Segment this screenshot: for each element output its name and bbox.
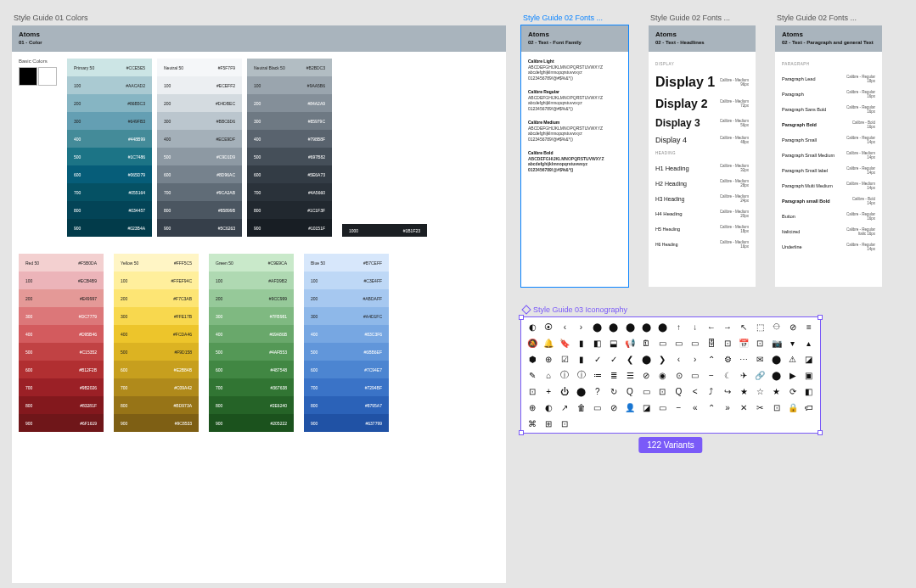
color-swatch[interactable]: 700#055164 bbox=[67, 183, 152, 201]
color-swatch[interactable]: 400#798B8F bbox=[247, 130, 332, 148]
icon-variant[interactable]: ❮ bbox=[624, 353, 636, 365]
icon-variant[interactable]: ⊡ bbox=[559, 417, 570, 429]
color-swatch[interactable]: 400#ECE9DF bbox=[157, 130, 242, 148]
basic-swatch[interactable] bbox=[19, 67, 37, 86]
icon-variant[interactable]: ⬤ bbox=[624, 321, 636, 333]
icon-variant[interactable]: « bbox=[689, 401, 701, 413]
color-swatch[interactable]: 100#FFEF94C bbox=[114, 272, 199, 289]
icon-variant[interactable]: ⊘ bbox=[608, 401, 620, 413]
icon-variant[interactable]: 🔗 bbox=[754, 369, 766, 381]
color-swatch[interactable]: 200#E49997 bbox=[19, 289, 104, 307]
icon-variant[interactable]: ◐ bbox=[542, 401, 554, 413]
color-swatch[interactable]: 500#697B82 bbox=[247, 148, 332, 165]
icon-variant[interactable]: ⦵ bbox=[771, 321, 783, 333]
color-swatch[interactable]: 200#86B5C3 bbox=[67, 94, 152, 112]
icon-variant[interactable]: ↓ bbox=[689, 321, 701, 333]
color-swatch[interactable]: 600#E2B84B bbox=[114, 361, 199, 378]
icon-variant[interactable]: 👤 bbox=[624, 401, 636, 413]
frame-body[interactable]: Atoms 01 - Color Basic Colors Primary 50… bbox=[12, 25, 506, 583]
icon-variant[interactable]: ▴ bbox=[803, 337, 815, 349]
color-swatch[interactable]: 300#FFE17B bbox=[114, 307, 199, 325]
icon-variant[interactable]: ⏻ bbox=[559, 385, 570, 397]
icon-variant[interactable]: − bbox=[705, 369, 717, 381]
color-swatch[interactable]: 100#ECB4B9 bbox=[19, 272, 104, 289]
color-swatch[interactable]: Blue 50#B7CEFF bbox=[304, 254, 389, 272]
icon-variant[interactable]: ▭ bbox=[689, 337, 701, 349]
color-swatch[interactable]: 800#1C1F3F bbox=[247, 201, 332, 219]
basic-swatch[interactable] bbox=[38, 67, 57, 86]
icon-variant[interactable]: » bbox=[722, 401, 733, 413]
frame-body[interactable]: Atoms 02 - Text - Paragraph and general … bbox=[775, 25, 882, 287]
icon-variant[interactable]: ◪ bbox=[803, 353, 815, 365]
icon-variant[interactable]: › bbox=[576, 321, 587, 333]
icon-variant[interactable]: ↑ bbox=[673, 321, 685, 333]
icon-variant[interactable]: ⬤ bbox=[576, 385, 587, 397]
color-swatch[interactable]: 900#637799 bbox=[304, 414, 389, 432]
color-swatch[interactable]: 700#4A5660 bbox=[247, 183, 332, 201]
color-swatch[interactable]: 200#9CC999 bbox=[209, 289, 294, 307]
icon-variant[interactable]: ▮ bbox=[576, 353, 587, 365]
icon-variant[interactable]: ⬤ bbox=[771, 369, 783, 381]
color-swatch[interactable]: 900#10151F bbox=[247, 219, 332, 237]
color-swatch[interactable]: Neutral Black 50#B2BDC3 bbox=[247, 59, 332, 76]
color-swatch[interactable]: 500#C9D1D9 bbox=[157, 148, 242, 165]
icon-variant[interactable]: ← bbox=[705, 321, 717, 333]
frame-sg2-headlines[interactable]: Style Guide 02 Fonts ... Atoms 02 - Text… bbox=[649, 14, 756, 287]
icon-variant[interactable]: ◪ bbox=[640, 401, 652, 413]
icon-variant[interactable]: ⊡ bbox=[754, 337, 766, 349]
color-swatch[interactable]: 300#BBC6D6 bbox=[157, 112, 242, 130]
icon-variant[interactable]: ☰ bbox=[624, 369, 636, 381]
icon-variant[interactable]: → bbox=[722, 321, 733, 333]
icon-variant[interactable]: 📢 bbox=[624, 337, 636, 349]
frame-label[interactable]: Style Guide 02 Fonts ... bbox=[649, 14, 756, 22]
icon-variant[interactable]: ▶ bbox=[787, 369, 799, 381]
icon-variant[interactable]: ▭ bbox=[656, 401, 668, 413]
color-swatch[interactable]: 400#83C3F6 bbox=[304, 325, 389, 343]
icon-variant[interactable]: ⦿ bbox=[542, 321, 554, 333]
color-swatch[interactable]: 700#367638 bbox=[209, 378, 294, 396]
icon-variant[interactable]: ✈ bbox=[738, 369, 750, 381]
color-swatch[interactable]: 400#448B99 bbox=[67, 130, 152, 148]
frame-body[interactable]: Atoms 02 - Text - Font Family Calibre Li… bbox=[521, 25, 628, 287]
icon-variant[interactable]: ◉ bbox=[656, 369, 668, 381]
color-swatch[interactable]: 700#7294BF bbox=[304, 378, 389, 396]
icon-variant[interactable]: ⚠ bbox=[787, 353, 799, 365]
color-swatch[interactable]: Primary 50#CCE5E5 bbox=[67, 59, 152, 76]
icon-variant[interactable]: ▭ bbox=[673, 337, 685, 349]
color-swatch[interactable]: 800#2E6240 bbox=[209, 396, 294, 414]
color-swatch[interactable]: 700#C09A42 bbox=[114, 378, 199, 396]
icon-variant[interactable]: 🔖 bbox=[559, 337, 570, 349]
resize-handle-tl[interactable] bbox=[519, 315, 524, 320]
icon-variant[interactable]: › bbox=[689, 353, 701, 365]
icon-variant[interactable]: ⬤ bbox=[640, 321, 652, 333]
color-swatch[interactable]: Neutral 50#F5F7F9 bbox=[157, 59, 242, 76]
color-swatch[interactable]: 900#5C6263 bbox=[157, 219, 242, 237]
icon-variant[interactable]: ? bbox=[592, 385, 604, 397]
color-swatch[interactable]: 500#4AFB53 bbox=[209, 343, 294, 361]
icon-variant[interactable]: 📷 bbox=[771, 337, 783, 349]
icon-variant[interactable]: ⟳ bbox=[787, 385, 799, 397]
color-swatch[interactable]: 600#B12F2B bbox=[19, 361, 104, 378]
icon-variant[interactable]: ✂ bbox=[754, 401, 766, 413]
color-swatch[interactable]: 900#023B4A bbox=[67, 219, 152, 237]
icon-variant[interactable]: 🏷 bbox=[803, 401, 815, 413]
icon-variant[interactable]: 📅 bbox=[738, 337, 750, 349]
icon-variant[interactable]: ◧ bbox=[592, 337, 604, 349]
icon-variant[interactable]: ⌂ bbox=[542, 369, 554, 381]
icon-variant[interactable]: ☾ bbox=[722, 369, 733, 381]
icon-variant[interactable]: ↻ bbox=[608, 385, 620, 397]
frame-sg3-iconography[interactable]: Style Guide 03 Iconography ◐⦿‹›⬤⬤⬤⬤⬤↑↓←→… bbox=[521, 305, 820, 433]
icon-variant[interactable]: 🔔 bbox=[542, 337, 554, 349]
color-swatch[interactable]: 600#065D79 bbox=[67, 165, 152, 183]
frame-sg2-paragraph[interactable]: Style Guide 02 Fonts ... Atoms 02 - Text… bbox=[775, 14, 882, 287]
color-swatch[interactable]: 800#8795A7 bbox=[304, 396, 389, 414]
resize-handle-tr[interactable] bbox=[818, 315, 823, 320]
color-swatch[interactable]: 100#ECEFF2 bbox=[157, 76, 242, 94]
color-swatch[interactable]: 1000#1B1F23 bbox=[342, 224, 427, 237]
icon-variant[interactable]: ⊞ bbox=[542, 417, 554, 429]
color-swatch[interactable]: 900#6F1619 bbox=[19, 414, 104, 432]
color-swatch[interactable]: 600#7C94E7 bbox=[304, 361, 389, 378]
icon-variant[interactable]: ✓ bbox=[592, 353, 604, 365]
color-swatch[interactable]: 200#84A2A9 bbox=[247, 94, 332, 112]
icon-variant[interactable]: ⌃ bbox=[705, 353, 717, 365]
